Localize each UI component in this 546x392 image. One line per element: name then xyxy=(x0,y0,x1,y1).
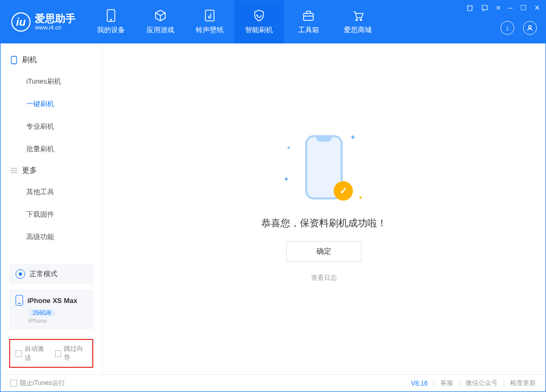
view-log-link[interactable]: 查看日志 xyxy=(311,273,337,283)
device-card[interactable]: iPhone XS Max 256GB iPhone xyxy=(9,290,93,329)
sidebar-item-pro-flash[interactable]: 专业刷机 xyxy=(1,115,102,138)
cube-icon xyxy=(154,9,167,22)
minimize-button[interactable]: ─ xyxy=(508,4,513,12)
window-controls: ≡ ─ ☐ ✕ xyxy=(466,4,540,12)
shirt-icon[interactable] xyxy=(466,4,474,12)
app-url: www.i4.cn xyxy=(35,24,76,31)
tab-my-device[interactable]: 我的设备 xyxy=(86,1,136,43)
music-file-icon xyxy=(203,9,216,22)
nav-label: 应用游戏 xyxy=(146,25,174,35)
app-name: 爱思助手 xyxy=(35,13,76,25)
header: iu 爱思助手 www.i4.cn 我的设备 应用游戏 铃声壁纸 智能刷机 工具… xyxy=(1,1,545,43)
toolbox-icon xyxy=(302,9,315,22)
tab-smart-flash[interactable]: 智能刷机 xyxy=(234,1,284,43)
sidebar-item-advanced[interactable]: 高级功能 xyxy=(1,226,102,248)
cart-icon xyxy=(351,9,364,22)
success-illustration: ✓ ✦ ✦ ✦ ✦ xyxy=(292,135,356,205)
nav-label: 智能刷机 xyxy=(245,25,273,35)
sparkle-icon: ✦ xyxy=(286,145,291,151)
phone-icon xyxy=(105,9,117,22)
menu-icon[interactable]: ≡ xyxy=(496,4,500,12)
nav-label: 工具箱 xyxy=(298,25,319,35)
success-message: 恭喜您，保资料刷机成功啦！ xyxy=(261,217,387,230)
checkbox-icon xyxy=(10,380,17,387)
nav-label: 爱思商城 xyxy=(344,25,372,35)
footer: 阻止iTunes运行 V8.16 | 客服 | 微信公众号 | 检查更新 xyxy=(1,374,545,391)
checkmark-badge-icon: ✓ xyxy=(334,181,353,201)
tab-store[interactable]: 爱思商城 xyxy=(333,1,382,43)
app-logo-icon: iu xyxy=(11,12,31,32)
header-actions: ↓ xyxy=(500,21,537,35)
confirm-button[interactable]: 确定 xyxy=(286,241,361,262)
sidebar: 刷机 iTunes刷机 一键刷机 专业刷机 批量刷机 更多 其他工具 下载固件 … xyxy=(1,43,102,374)
svg-point-7 xyxy=(529,26,532,28)
sidebar-item-batch-flash[interactable]: 批量刷机 xyxy=(1,138,102,160)
device-phone-icon xyxy=(16,295,23,306)
main-content: ✓ ✦ ✦ ✦ ✦ 恭喜您，保资料刷机成功啦！ 确定 查看日志 xyxy=(102,43,545,374)
sparkle-icon: ✦ xyxy=(350,133,356,142)
svg-rect-8 xyxy=(11,56,17,64)
shield-refresh-icon xyxy=(253,9,265,22)
status-icon xyxy=(16,269,25,279)
close-button[interactable]: ✕ xyxy=(534,4,540,12)
checkbox-auto-activate[interactable]: 自动激活 xyxy=(16,344,48,363)
svg-rect-2 xyxy=(205,10,214,21)
checkbox-icon xyxy=(16,350,22,357)
tab-apps-games[interactable]: 应用游戏 xyxy=(136,1,185,43)
sidebar-item-itunes-flash[interactable]: iTunes刷机 xyxy=(1,70,102,93)
download-button[interactable]: ↓ xyxy=(500,21,514,35)
section-title: 刷机 xyxy=(22,55,37,65)
sidebar-item-other-tools[interactable]: 其他工具 xyxy=(1,181,102,203)
feedback-icon[interactable] xyxy=(481,4,489,12)
body: 刷机 iTunes刷机 一键刷机 专业刷机 批量刷机 更多 其他工具 下载固件 … xyxy=(1,43,545,374)
check-update-link[interactable]: 检查更新 xyxy=(510,379,536,388)
checkbox-block-itunes[interactable]: 阻止iTunes运行 xyxy=(10,379,65,388)
phone-small-icon xyxy=(10,56,18,64)
device-status[interactable]: 正常模式 xyxy=(9,264,93,284)
svg-rect-3 xyxy=(304,13,313,20)
list-icon xyxy=(10,167,18,174)
section-title: 更多 xyxy=(22,166,37,175)
nav-label: 铃声壁纸 xyxy=(196,25,224,35)
nav-tabs: 我的设备 应用游戏 铃声壁纸 智能刷机 工具箱 爱思商城 xyxy=(86,1,382,43)
svg-point-5 xyxy=(360,19,362,21)
version-text: V8.16 xyxy=(411,380,427,387)
options-highlighted: 自动激活 跳过向导 xyxy=(9,339,93,368)
sparkle-icon: ✦ xyxy=(283,175,290,183)
sidebar-section-flash: 刷机 xyxy=(1,50,102,70)
device-type: iPhone xyxy=(28,317,87,324)
user-button[interactable] xyxy=(523,21,537,35)
nav-label: 我的设备 xyxy=(97,25,125,35)
checkbox-icon xyxy=(55,350,62,357)
sparkle-icon: ✦ xyxy=(358,195,363,201)
sidebar-item-oneclick-flash[interactable]: 一键刷机 xyxy=(1,93,102,115)
support-link[interactable]: 客服 xyxy=(440,379,453,388)
svg-rect-6 xyxy=(482,5,488,10)
svg-point-1 xyxy=(110,19,112,20)
sidebar-item-download-firmware[interactable]: 下载固件 xyxy=(1,203,102,226)
device-name: iPhone XS Max xyxy=(27,297,77,305)
svg-point-4 xyxy=(356,19,358,21)
tab-ringtone-wallpaper[interactable]: 铃声壁纸 xyxy=(185,1,234,43)
status-text: 正常模式 xyxy=(29,269,57,279)
checkbox-skip-guide[interactable]: 跳过向导 xyxy=(55,344,87,363)
logo: iu 爱思助手 www.i4.cn xyxy=(1,1,86,43)
sidebar-section-more: 更多 xyxy=(1,160,102,181)
wechat-link[interactable]: 微信公众号 xyxy=(466,379,498,388)
device-capacity: 256GB xyxy=(28,309,55,316)
maximize-button[interactable]: ☐ xyxy=(520,4,527,12)
tab-toolbox[interactable]: 工具箱 xyxy=(284,1,333,43)
